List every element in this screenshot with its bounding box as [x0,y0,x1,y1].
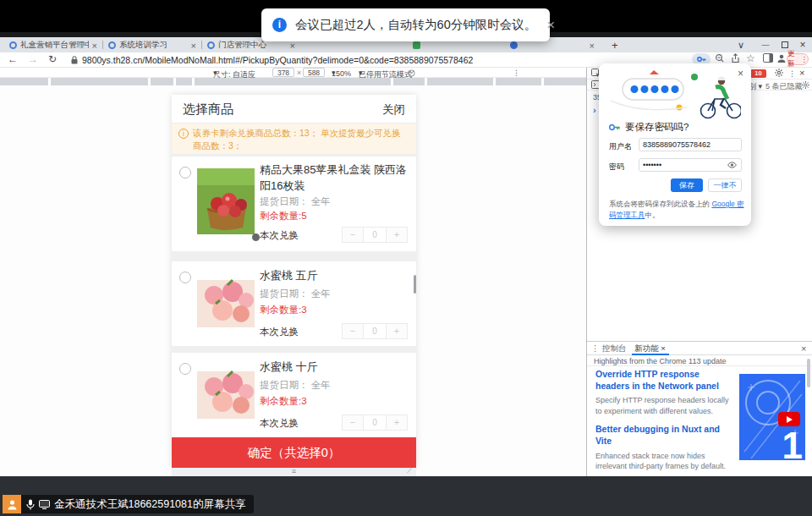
stepper-minus-button[interactable]: − [342,414,364,431]
product-title: 水蜜桃 五斤 [260,268,409,284]
product-image-peaches [197,358,255,432]
devtools-settings-icon[interactable] [775,69,783,77]
info-icon: i [178,129,189,139]
screen-share-band: 金禾通技术王斌18662591081的屏幕共享 [0,476,812,516]
device-more-icon[interactable]: ⋮ [513,69,520,77]
screen-share-label-pill: 金禾通技术王斌18662591081的屏幕共享 [21,495,254,513]
browser-tab-2[interactable]: 系统培训学习 × [104,38,200,52]
notification-close-icon[interactable]: × [546,18,555,32]
product-image-apples [197,168,255,234]
person-icon [7,499,18,510]
window-minimize-button[interactable]: — [759,37,772,52]
remote-cursor-dot [252,233,260,241]
quantity-stepper: − 0 + [342,414,408,431]
whats-new-content: Override HTTP response headers in the Ne… [595,369,731,491]
share-icon[interactable] [731,53,740,63]
window-maximize-button[interactable] [782,41,788,48]
tab-separator [102,41,103,49]
stepper-minus-button[interactable]: − [342,323,364,339]
show-password-eye-icon[interactable] [727,162,737,168]
info-icon: i [272,18,287,32]
device-throttling-select[interactable]: 已停用节流模式 ▾ [359,69,363,77]
stepper-quantity[interactable]: 0 [364,227,386,243]
new-tab-button[interactable]: + [612,39,618,52]
device-zoom-select[interactable]: 150% ▾ [332,69,336,77]
console-settings-icon[interactable] [802,81,809,89]
screen-share-viewport: 礼盒营销平台管理中心 × 系统培训学习 × 门店管理中心 × [0,0,812,516]
meeting-notification-text: 会议已超过2人，自动转为60分钟限时会议。 [295,17,536,33]
device-emulation-toolbar: 尺寸: 自适应 ▾ × 150% ▾ 已停用节流模式 ▾ ⋮ [0,68,586,78]
microphone-icon [26,499,35,510]
tab-console[interactable]: 控制台 [602,343,627,354]
devtools-more-icon[interactable]: ⋮ [788,69,796,78]
address-bar[interactable]: 9800ys.th28.cn/MobileModNoMall.html#/Pic… [82,55,473,65]
product-radio[interactable] [179,363,191,375]
drawer-scrollbar[interactable] [807,359,810,460]
modal-scrollbar-thumb[interactable] [414,275,416,294]
whats-new-link[interactable]: Override HTTP response headers in the Ne… [595,369,731,392]
side-panel-icon[interactable] [763,53,773,63]
save-password-dialog: × 要保存密码吗? 用户名 [599,63,751,226]
tab-close-icon[interactable]: × [661,343,666,353]
drawer-tabbar: ⋮ 控制台 新功能 × × [587,342,812,355]
exchange-label: 本次兑换 [260,229,299,242]
username-label: 用户名 [609,141,632,152]
never-button[interactable]: 一律不 [708,178,742,192]
tab-separator [201,41,202,49]
forward-icon[interactable]: → [28,53,38,65]
product-pickup-date: 提货日期： 全年 [260,379,331,392]
password-label: 密码 [609,162,624,173]
stepper-plus-button[interactable]: + [386,414,408,431]
browser-tab-1[interactable]: 礼盒营销平台管理中心 × [5,38,102,52]
stepper-quantity[interactable]: 0 [364,414,386,431]
bookmark-star-icon[interactable]: ☆ [746,52,755,64]
tab-favicon [108,41,116,49]
tab-favicon [207,41,215,49]
exchange-label: 本次兑换 [260,326,299,338]
tab-close-icon[interactable]: × [191,41,196,50]
product-image-peaches [197,266,255,341]
stepper-plus-button[interactable]: + [386,323,408,339]
resize-corner-icon[interactable]: ⟋ [407,466,412,475]
tab-close-icon[interactable]: × [92,41,97,50]
product-radio[interactable] [179,167,191,178]
drag-handle[interactable]: ≡ [172,468,416,476]
screen-share-label: 金禾通技术王斌18662591081的屏幕共享 [54,497,245,512]
stepper-plus-button[interactable]: + [386,227,408,243]
chrome-update-button[interactable]: 更新 ⋮ [787,53,809,65]
product-radio[interactable] [179,272,191,283]
meeting-notification: i 会议已超过2人，自动转为60分钟限时会议。 × [261,8,550,41]
dimension-times-label: × [297,69,301,77]
modal-close-button[interactable]: 关闭 [382,102,405,118]
reload-icon[interactable]: ↻ [48,53,57,65]
tab-close-icon[interactable]: × [290,41,295,50]
tab-close-icon[interactable]: × [590,41,595,50]
drawer-more-icon[interactable]: ⋮ [591,343,600,353]
back-icon[interactable]: ← [8,53,18,65]
device-height-input[interactable] [303,68,325,77]
save-button[interactable]: 保存 [671,178,703,192]
product-picker-modal: 选择商品 关闭 i 该券卡剩余兑换商品总数：13； 单次提货最少可兑换商品数：3… [172,95,416,468]
product-pickup-date: 提货日期： 全年 [260,195,331,208]
stepper-quantity[interactable]: 0 [364,323,386,339]
stepper-minus-button[interactable]: − [342,227,364,243]
drawer-close-icon[interactable]: × [801,343,806,354]
device-size-select[interactable]: 尺寸: 自适应 ▾ [213,69,217,77]
whats-new-link[interactable]: Better debugging in Nuxt and Vite [595,424,731,447]
tab-favicon [413,41,420,49]
chrome-menu-icon: ⋮ [801,55,809,63]
password-field[interactable] [639,158,742,172]
screen-icon [39,500,50,509]
tab-search-icon[interactable]: ∨ [734,37,748,52]
confirm-button[interactable]: 确定（共选择0） [172,437,416,468]
devtools-drawer: ⋮ 控制台 新功能 × × Highlights from the Chrome… [587,341,812,476]
device-width-input[interactable] [272,68,294,77]
devtools-close-icon[interactable]: × [799,68,804,78]
username-field[interactable] [639,138,742,151]
whats-new-text: Specify HTTP response headers locally to… [595,395,731,416]
zoom-out-icon[interactable] [715,53,725,63]
console-prompt-icon[interactable]: › [593,105,596,115]
error-count-badge[interactable]: 10 [750,69,766,78]
profile-avatar-icon[interactable] [776,53,787,63]
product-remaining: 剩余数量:5 [260,210,307,222]
